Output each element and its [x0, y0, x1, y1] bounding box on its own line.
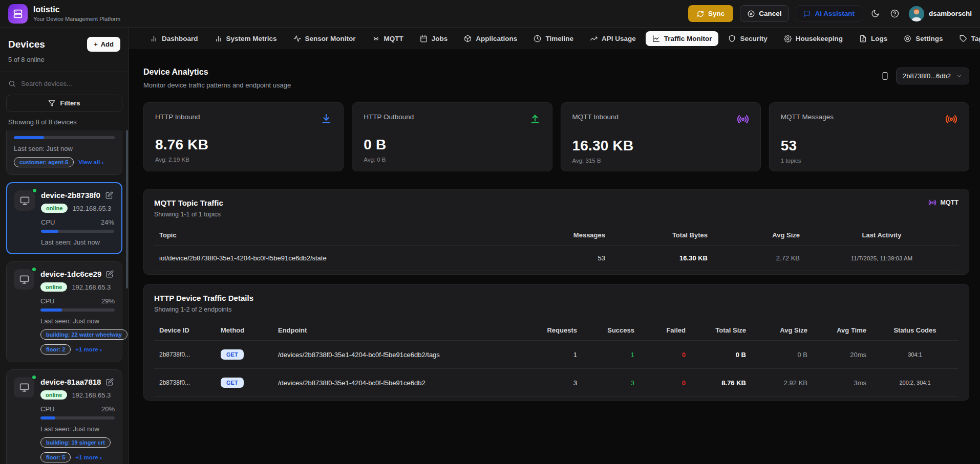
device-card-partial[interactable]: Last seen: Just now customer: agent-5 Vi… [6, 130, 122, 175]
more-tags-link[interactable]: +1 more› [75, 346, 102, 353]
get-method-badge: GET [221, 378, 244, 388]
tab-tags[interactable]: Tags [953, 31, 980, 46]
tab-traffic-monitor[interactable]: Traffic Monitor [646, 31, 719, 46]
view-all-link[interactable]: View all› [78, 159, 103, 166]
tab-applications[interactable]: Applications [457, 31, 524, 46]
device-id-cell: 2b8738f0... [154, 369, 216, 397]
device-id-cell: 2b8738f0... [154, 341, 216, 369]
monitor-icon [14, 377, 34, 397]
total-size-cell: 8.76 KB [691, 369, 751, 397]
last-seen: Last seen: Just now [41, 238, 114, 246]
tab-settings[interactable]: Settings [897, 31, 949, 46]
theme-toggle-button[interactable] [869, 7, 882, 20]
column-header: Messages [534, 225, 610, 246]
username: dsamborschi [929, 10, 972, 17]
online-status-dot [31, 267, 37, 272]
success-cell: 3 [582, 369, 640, 397]
sidebar-scrollbar[interactable] [126, 130, 128, 289]
success-cell: 1 [582, 341, 640, 369]
cpu-progress [40, 308, 115, 312]
tab-system-metrics[interactable]: System Metrics [208, 31, 284, 46]
device-select-dropdown[interactable]: 2b8738f0...6db2 [896, 68, 969, 84]
tab-timeline[interactable]: Timeline [527, 31, 580, 46]
chevron-right-icon: › [100, 454, 102, 461]
device-name: device-1dc6ce29 [40, 270, 101, 278]
edit-device-button[interactable] [105, 377, 115, 387]
broadcast-icon [737, 113, 749, 125]
device-ip: 192.168.65.3 [72, 391, 111, 399]
tab-api-usage[interactable]: API Usage [583, 31, 643, 46]
http-traffic-table: Device ID Method Endpoint Requests Succe… [154, 320, 958, 397]
tab-security[interactable]: Security [721, 31, 774, 46]
devices-sidebar: Devices + Add 5 of 8 online Filters Show… [0, 28, 129, 464]
column-header: Status Codes [871, 320, 958, 341]
device-card-2b8738f0[interactable]: device-2b8738f0 online 192.168.65.3 CPU … [6, 182, 122, 254]
filters-button[interactable]: Filters [6, 95, 122, 112]
page-subtitle: Monitor device traffic patterns and endp… [143, 81, 291, 89]
filters-label: Filters [60, 99, 80, 107]
tab-sensor-monitor[interactable]: Sensor Monitor [287, 31, 363, 46]
tab-bar: Dashboard System Metrics Sensor Monitor … [129, 28, 980, 49]
ai-assistant-button[interactable]: AI Assistant [796, 5, 862, 22]
cpu-value: 20% [101, 405, 115, 413]
chevron-right-icon: › [101, 159, 103, 166]
panel-subtitle: Showing 1-2 of 2 endpoints [154, 306, 253, 313]
stat-card-mqtt-inbound: MQTT Inbound 16.30 KB Avg: 315 B [561, 102, 761, 171]
column-header: Total Bytes [610, 225, 713, 246]
sidebar-header: Devices + Add 5 of 8 online [0, 28, 129, 72]
more-tags-link[interactable]: +1 more› [75, 454, 102, 461]
stat-value: 16.30 KB [572, 138, 749, 154]
tag-badge: customer: agent-5 [14, 157, 74, 167]
app-title: Iotistic [33, 5, 120, 14]
mqtt-topic-traffic-panel: MQTT Topic Traffic Showing 1-1 of 1 topi… [143, 189, 969, 275]
device-card-1dc6ce29[interactable]: device-1dc6ce29 online 192.168.65.3 CPU … [6, 261, 122, 362]
stat-label: MQTT Messages [781, 113, 834, 121]
search-input[interactable] [21, 80, 120, 87]
failed-cell: 0 [640, 369, 691, 397]
column-header: Device ID [154, 320, 216, 341]
broadcast-icon [945, 113, 957, 125]
stat-sub: Avg: 315 B [572, 158, 749, 164]
mqtt-topic-table: Topic Messages Total Bytes Avg Size Last… [154, 225, 958, 271]
column-header: Failed [640, 320, 691, 341]
showing-count: Showing 8 of 8 devices [0, 112, 129, 130]
help-icon [890, 9, 899, 18]
column-header: Topic [154, 225, 534, 246]
online-summary: 5 of 8 online [8, 56, 120, 63]
stat-card-http-inbound: HTTP Inbound 8.76 KB Avg: 2.19 KB [143, 102, 344, 171]
tab-jobs[interactable]: Jobs [413, 31, 455, 46]
panel-title: HTTP Device Traffic Details [154, 294, 253, 302]
requests-cell: 3 [525, 369, 582, 397]
device-list: Last seen: Just now customer: agent-5 Vi… [0, 130, 129, 464]
device-search [0, 72, 129, 93]
tab-mqtt[interactable]: MQTT [366, 31, 410, 46]
cpu-progress [40, 416, 115, 419]
stat-label: HTTP Inbound [155, 113, 200, 121]
broadcast-icon [928, 198, 936, 207]
cpu-value: 29% [101, 297, 115, 305]
device-card-81aa7818[interactable]: device-81aa7818 online 192.168.65.3 CPU … [6, 369, 122, 464]
tab-logs[interactable]: Logs [853, 31, 894, 46]
edit-device-button[interactable] [104, 190, 114, 200]
cancel-button[interactable]: Cancel [740, 5, 789, 22]
tab-housekeeping[interactable]: Housekeeping [777, 31, 849, 46]
stat-cards: HTTP Inbound 8.76 KB Avg: 2.19 KB HTTP O… [143, 102, 969, 171]
cpu-label: CPU [40, 405, 54, 413]
avg-time-cell: 3ms [813, 369, 871, 397]
tag-badge: floor: 5 [40, 452, 71, 462]
add-device-button[interactable]: + Add [87, 37, 120, 52]
device-ip: 192.168.65.3 [72, 205, 111, 212]
sync-button[interactable]: Sync [688, 5, 733, 22]
stat-value: 53 [781, 138, 957, 154]
help-button[interactable] [888, 7, 901, 20]
download-icon [321, 113, 332, 124]
user-menu[interactable]: dsamborschi [909, 6, 972, 21]
tab-dashboard[interactable]: Dashboard [143, 31, 205, 46]
mqtt-badge-label: MQTT [941, 199, 958, 206]
cpu-progress [14, 136, 115, 139]
messages-cell: 53 [534, 246, 610, 271]
cpu-label: CPU [40, 297, 54, 305]
edit-device-button[interactable] [105, 269, 115, 279]
device-name: device-2b8738f0 [41, 191, 100, 200]
stat-sub: Avg: 2.19 KB [155, 157, 332, 163]
